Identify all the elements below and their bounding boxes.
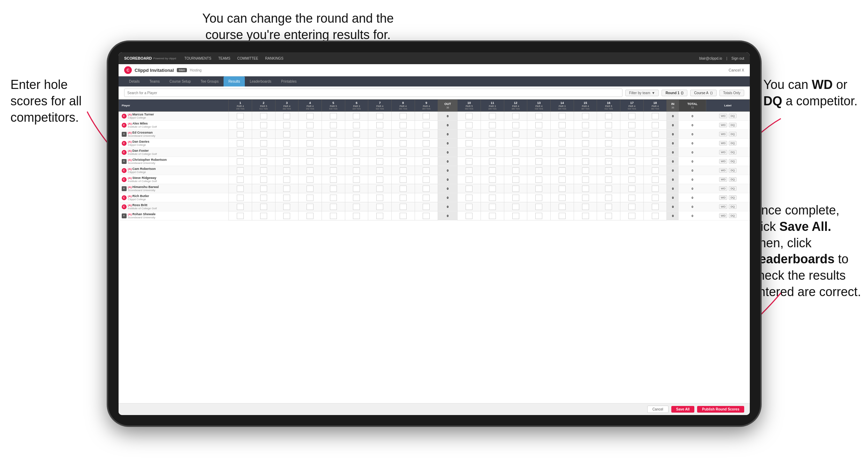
score-input-h16-row10[interactable]	[605, 204, 612, 210]
dq-button-row9[interactable]: DQ	[729, 195, 737, 200]
score-input-h12-row8[interactable]	[512, 186, 519, 192]
score-input-h6-row11[interactable]	[353, 213, 360, 219]
score-input-h13-row5[interactable]	[535, 158, 542, 165]
score-input-h7-row8[interactable]	[376, 186, 383, 192]
score-input-h4-row7[interactable]	[307, 176, 314, 183]
score-input-h15-row6[interactable]	[582, 167, 589, 174]
wd-button-row9[interactable]: WD	[719, 195, 727, 200]
score-input-h6-row0[interactable]	[353, 113, 360, 119]
score-input-h16-row8[interactable]	[605, 186, 612, 192]
score-input-h16-row2[interactable]	[605, 131, 612, 137]
score-input-h7-row7[interactable]	[376, 176, 383, 183]
dq-button-row5[interactable]: DQ	[729, 159, 737, 164]
dq-button-row7[interactable]: DQ	[729, 177, 737, 182]
score-input-h7-row4[interactable]	[376, 149, 383, 156]
score-input-h5-row4[interactable]	[330, 149, 337, 156]
score-input-h1-row9[interactable]	[237, 195, 244, 201]
score-input-h6-row2[interactable]	[353, 131, 360, 137]
score-input-h13-row8[interactable]	[535, 186, 542, 192]
score-input-h3-row10[interactable]	[283, 204, 290, 210]
score-input-h11-row5[interactable]	[489, 158, 496, 165]
wd-button-row0[interactable]: WD	[719, 114, 727, 118]
score-input-h11-row10[interactable]	[489, 204, 496, 210]
publish-round-scores-button[interactable]: Publish Round Scores	[697, 406, 744, 413]
score-input-h8-row9[interactable]	[400, 195, 407, 201]
score-input-h1-row4[interactable]	[237, 149, 244, 156]
sign-out-link[interactable]: Sign out	[731, 57, 744, 60]
score-input-h6-row8[interactable]	[353, 186, 360, 192]
score-input-h14-row4[interactable]	[559, 149, 566, 156]
score-input-h10-row2[interactable]	[466, 131, 473, 137]
score-input-h3-row9[interactable]	[283, 195, 290, 201]
score-input-h14-row1[interactable]	[559, 122, 566, 128]
score-input-h13-row0[interactable]	[535, 113, 542, 119]
score-input-h12-row1[interactable]	[512, 122, 519, 128]
score-input-h5-row0[interactable]	[330, 113, 337, 119]
wd-button-row11[interactable]: WD	[719, 213, 727, 218]
score-input-h9-row4[interactable]	[423, 149, 430, 156]
score-input-h2-row3[interactable]	[260, 140, 267, 146]
score-input-h14-row9[interactable]	[559, 195, 566, 201]
score-input-h17-row4[interactable]	[628, 149, 635, 156]
score-input-h11-row0[interactable]	[489, 113, 496, 119]
score-input-h15-row8[interactable]	[582, 186, 589, 192]
score-input-h1-row2[interactable]	[237, 131, 244, 137]
score-input-h2-row5[interactable]	[260, 158, 267, 165]
score-input-h15-row11[interactable]	[582, 213, 589, 219]
score-input-h14-row3[interactable]	[559, 140, 566, 146]
tab-details[interactable]: Details	[124, 76, 145, 86]
tab-course-setup[interactable]: Course Setup	[165, 76, 196, 86]
round-selector[interactable]: Round 1 ⟨⟩	[662, 90, 687, 96]
score-input-h10-row0[interactable]	[466, 113, 473, 119]
score-input-h15-row1[interactable]	[582, 122, 589, 128]
score-input-h14-row10[interactable]	[559, 204, 566, 210]
score-input-h1-row10[interactable]	[237, 204, 244, 210]
score-input-h13-row9[interactable]	[535, 195, 542, 201]
score-input-h8-row10[interactable]	[400, 204, 407, 210]
score-input-h15-row7[interactable]	[582, 176, 589, 183]
score-input-h6-row4[interactable]	[353, 149, 360, 156]
score-input-h3-row1[interactable]	[283, 122, 290, 128]
score-input-h17-row1[interactable]	[628, 122, 635, 128]
nav-teams[interactable]: TEAMS	[218, 57, 230, 60]
dq-button-row0[interactable]: DQ	[729, 114, 737, 118]
course-selector[interactable]: Course A ⟨⟩	[690, 90, 716, 96]
score-input-h2-row2[interactable]	[260, 131, 267, 137]
score-input-h12-row11[interactable]	[512, 213, 519, 219]
score-input-h9-row6[interactable]	[423, 167, 430, 174]
score-input-h4-row11[interactable]	[307, 213, 314, 219]
score-input-h5-row6[interactable]	[330, 167, 337, 174]
score-input-h3-row0[interactable]	[283, 113, 290, 119]
score-input-h18-row1[interactable]	[652, 122, 659, 128]
score-input-h6-row7[interactable]	[353, 176, 360, 183]
score-input-h10-row1[interactable]	[466, 122, 473, 128]
score-input-h10-row8[interactable]	[466, 186, 473, 192]
score-input-h1-row7[interactable]	[237, 176, 244, 183]
score-input-h8-row8[interactable]	[400, 186, 407, 192]
wd-button-row3[interactable]: WD	[719, 141, 727, 145]
dq-button-row6[interactable]: DQ	[729, 168, 737, 173]
score-input-h3-row11[interactable]	[283, 213, 290, 219]
score-input-h18-row8[interactable]	[652, 186, 659, 192]
score-input-h2-row9[interactable]	[260, 195, 267, 201]
score-input-h6-row1[interactable]	[353, 122, 360, 128]
dq-button-row8[interactable]: DQ	[729, 186, 737, 191]
score-input-h9-row10[interactable]	[423, 204, 430, 210]
score-input-h7-row6[interactable]	[376, 167, 383, 174]
score-input-h1-row0[interactable]	[237, 113, 244, 119]
score-input-h13-row6[interactable]	[535, 167, 542, 174]
score-input-h16-row0[interactable]	[605, 113, 612, 119]
score-input-h14-row8[interactable]	[559, 186, 566, 192]
score-input-h13-row2[interactable]	[535, 131, 542, 137]
score-input-h18-row4[interactable]	[652, 149, 659, 156]
score-input-h16-row5[interactable]	[605, 158, 612, 165]
wd-button-row1[interactable]: WD	[719, 123, 727, 127]
score-input-h10-row4[interactable]	[466, 149, 473, 156]
tab-printables[interactable]: Printables	[276, 76, 301, 86]
score-input-h8-row5[interactable]	[400, 158, 407, 165]
score-input-h5-row5[interactable]	[330, 158, 337, 165]
score-input-h12-row9[interactable]	[512, 195, 519, 201]
score-input-h18-row5[interactable]	[652, 158, 659, 165]
score-input-h10-row11[interactable]	[466, 213, 473, 219]
score-input-h7-row3[interactable]	[376, 140, 383, 146]
